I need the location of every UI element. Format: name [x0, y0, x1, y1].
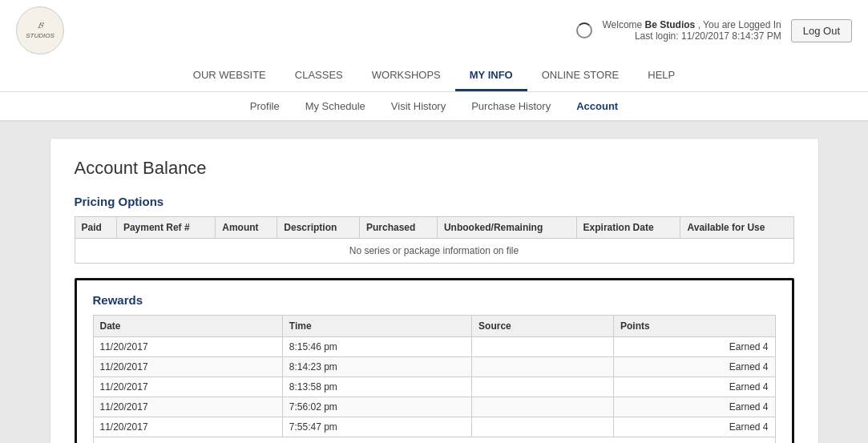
col-time: Time — [282, 316, 471, 337]
rewards-date: 11/20/2017 — [93, 397, 282, 417]
logout-button[interactable]: Log Out — [791, 19, 852, 42]
rewards-row: 11/20/2017 7:56:02 pm Earned 4 — [93, 397, 775, 417]
logo-text: 𝓑STUDIOS — [26, 21, 55, 40]
nav-my-info[interactable]: MY INFO — [455, 61, 527, 91]
sub-nav: Profile My Schedule Visit History Purcha… — [0, 92, 868, 121]
rewards-points: Earned 4 — [613, 417, 775, 437]
col-purchased: Purchased — [360, 217, 438, 239]
welcome-prefix: Welcome — [602, 19, 642, 30]
subnav-profile[interactable]: Profile — [237, 95, 293, 117]
rewards-source — [472, 337, 614, 357]
header-right: Welcome Be Studios , You are Logged In L… — [576, 19, 852, 42]
col-amount: Amount — [216, 217, 277, 239]
rewards-row: 11/20/2017 8:14:23 pm Earned 4 — [93, 357, 775, 377]
subnav-my-schedule[interactable]: My Schedule — [293, 95, 378, 117]
rewards-time: 8:13:58 pm — [282, 377, 471, 397]
spinner-icon — [576, 22, 592, 38]
header-top: 𝓑STUDIOS Welcome Be Studios , You are Lo… — [0, 0, 868, 61]
logo: 𝓑STUDIOS — [16, 6, 64, 54]
rewards-title: Rewards — [93, 293, 776, 307]
rewards-date: 11/20/2017 — [93, 357, 282, 377]
col-date: Date — [93, 316, 282, 337]
welcome-text: Welcome Be Studios , You are Logged In L… — [602, 19, 781, 42]
col-expiration-date: Expiration Date — [576, 217, 680, 239]
rewards-date: 11/20/2017 — [93, 377, 282, 397]
rewards-section: Rewards Date Time Source Points 11/20/20… — [75, 278, 794, 443]
points-balance-row: Points balance: 20 Point value: $20.00 — [93, 437, 775, 444]
nav-our-website[interactable]: OUR WEBSITE — [179, 61, 281, 91]
col-unbooked: Unbooked/Remaining — [437, 217, 576, 239]
page-title: Account Balance — [75, 158, 794, 179]
rewards-time: 7:56:02 pm — [282, 397, 471, 417]
rewards-points: Earned 4 — [613, 397, 775, 417]
rewards-row: 11/20/2017 7:55:47 pm Earned 4 — [93, 417, 775, 437]
last-login-value: 11/20/2017 8:14:37 PM — [681, 30, 781, 42]
pricing-options-title: Pricing Options — [75, 195, 794, 208]
nav-workshops[interactable]: WORKSHOPS — [357, 61, 455, 91]
rewards-source — [472, 417, 614, 437]
rewards-time: 7:55:47 pm — [282, 417, 471, 437]
main-nav: OUR WEBSITE CLASSES WORKSHOPS MY INFO ON… — [0, 61, 868, 92]
rewards-time: 8:15:46 pm — [282, 337, 471, 357]
subnav-account[interactable]: Account — [563, 95, 631, 117]
header: 𝓑STUDIOS Welcome Be Studios , You are Lo… — [0, 0, 868, 122]
pricing-table-header-row: Paid Payment Ref # Amount Description Pu… — [75, 217, 793, 239]
nav-classes[interactable]: CLASSES — [281, 61, 357, 91]
pricing-table: Paid Payment Ref # Amount Description Pu… — [75, 216, 794, 264]
rewards-header-row: Date Time Source Points — [93, 316, 775, 337]
rewards-date: 11/20/2017 — [93, 337, 282, 357]
col-paid: Paid — [75, 217, 116, 239]
rewards-table: Date Time Source Points 11/20/2017 8:15:… — [93, 315, 776, 443]
nav-online-store[interactable]: ONLINE STORE — [527, 61, 634, 91]
rewards-points: Earned 4 — [613, 357, 775, 377]
logo-area: 𝓑STUDIOS — [16, 6, 64, 54]
points-balance-cell: Points balance: 20 Point value: $20.00 — [93, 437, 775, 444]
rewards-date: 11/20/2017 — [93, 417, 282, 437]
col-payment-ref: Payment Ref # — [116, 217, 215, 239]
rewards-source — [472, 357, 614, 377]
last-login-label: Last login: — [635, 30, 679, 42]
user-name: Be Studios — [645, 19, 696, 30]
col-points: Points — [613, 316, 775, 337]
col-available-use: Available for Use — [680, 217, 793, 239]
subnav-visit-history[interactable]: Visit History — [378, 95, 458, 117]
rewards-source — [472, 397, 614, 417]
col-source: Source — [472, 316, 614, 337]
no-data-row: No series or package information on file — [75, 239, 793, 264]
rewards-row: 11/20/2017 8:13:58 pm Earned 4 — [93, 377, 775, 397]
page-content: Account Balance Pricing Options Paid Pay… — [50, 138, 819, 443]
nav-help[interactable]: HELP — [633, 61, 689, 91]
rewards-points: Earned 4 — [613, 377, 775, 397]
rewards-source — [472, 377, 614, 397]
subnav-purchase-history[interactable]: Purchase History — [458, 95, 563, 117]
pricing-options-section: Pricing Options Paid Payment Ref # Amoun… — [75, 195, 794, 264]
no-data-message: No series or package information on file — [75, 239, 793, 264]
rewards-points: Earned 4 — [613, 337, 775, 357]
rewards-time: 8:14:23 pm — [282, 357, 471, 377]
rewards-row: 11/20/2017 8:15:46 pm Earned 4 — [93, 337, 775, 357]
col-description: Description — [277, 217, 360, 239]
logged-in-text: , You are Logged In — [698, 19, 781, 30]
